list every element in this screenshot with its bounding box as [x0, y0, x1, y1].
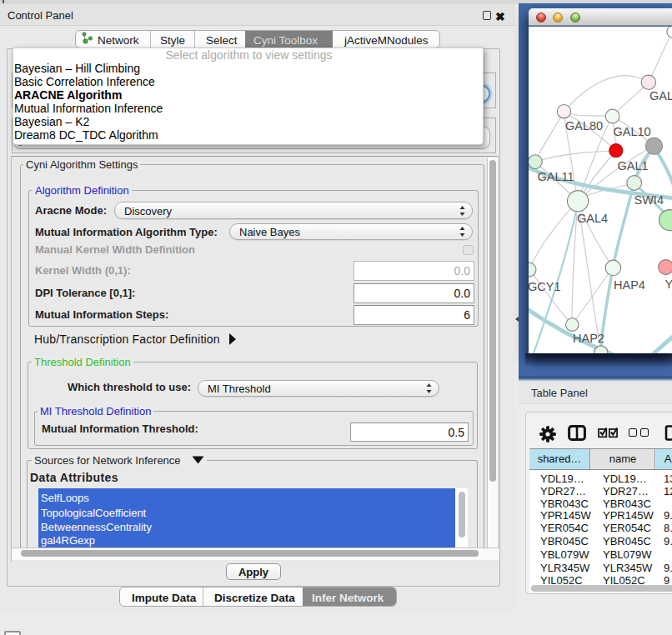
- svg-text:SWI4: SWI4: [634, 193, 664, 207]
- svg-text:Y: Y: [665, 278, 672, 291]
- svg-text:GCY1: GCY1: [529, 280, 561, 293]
- svg-text:GAL: GAL: [649, 89, 672, 102]
- svg-text:GAL1: GAL1: [618, 159, 649, 172]
- svg-text:HAP2: HAP2: [573, 332, 604, 345]
- svg-text:GAL80: GAL80: [565, 119, 603, 132]
- svg-text:GAL4: GAL4: [577, 212, 608, 225]
- svg-text:GAL11: GAL11: [538, 170, 574, 183]
- svg-text:GAL10: GAL10: [614, 125, 651, 138]
- svg-text:HAP4: HAP4: [614, 278, 645, 292]
